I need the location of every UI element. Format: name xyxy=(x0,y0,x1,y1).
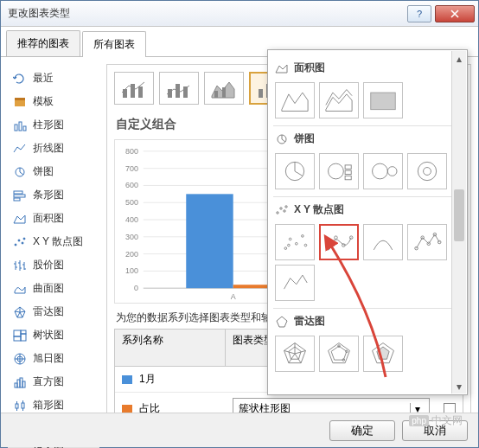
scatter-option-3[interactable] xyxy=(363,224,403,260)
section-title: 面积图 xyxy=(294,61,325,75)
sidebar-item-column[interactable]: 柱形图 xyxy=(8,114,99,136)
svg-rect-56 xyxy=(345,170,351,174)
svg-point-68 xyxy=(295,242,297,245)
sidebar-item-template[interactable]: 模板 xyxy=(8,91,99,112)
tab-all-charts[interactable]: 所有图表 xyxy=(82,31,146,57)
sidebar-item-label: 曲面图 xyxy=(33,281,64,296)
combo-subtype-3[interactable] xyxy=(204,72,244,105)
sidebar-item-label: 条形图 xyxy=(33,188,64,202)
pie-option-1[interactable] xyxy=(275,153,315,189)
radar-option-2[interactable] xyxy=(319,336,359,372)
svg-point-11 xyxy=(18,240,20,241)
svg-point-69 xyxy=(302,235,304,238)
svg-rect-32 xyxy=(131,84,135,98)
sidebar-item-label: 直方图 xyxy=(33,374,64,389)
scroll-up-icon[interactable]: ▴ xyxy=(452,51,466,66)
svg-rect-33 xyxy=(138,86,143,98)
tab-recommended[interactable]: 推荐的图表 xyxy=(6,30,80,56)
popup-section-area: 面积图 xyxy=(273,55,462,79)
scatter-grid xyxy=(273,221,462,304)
svg-rect-7 xyxy=(14,191,22,194)
svg-point-72 xyxy=(327,246,330,250)
sidebar-item-label: 雷达图 xyxy=(33,304,64,319)
scatter-option-4[interactable] xyxy=(407,224,447,260)
area-option-3[interactable] xyxy=(363,82,403,118)
svg-rect-37 xyxy=(214,91,218,98)
bar-icon xyxy=(13,189,27,202)
combo-subtype-1[interactable] xyxy=(114,72,154,105)
sidebar-item-radar[interactable]: 雷达图 xyxy=(8,301,99,323)
sidebar-item-label: 箱形图 xyxy=(33,398,64,413)
radar-icon xyxy=(275,316,289,328)
surface-icon xyxy=(13,283,27,295)
svg-point-66 xyxy=(284,247,287,250)
sidebar-item-area[interactable]: 面积图 xyxy=(8,208,99,229)
sidebar-item-histogram[interactable]: 直方图 xyxy=(8,371,99,393)
pie-option-3[interactable] xyxy=(363,153,403,189)
area-icon xyxy=(275,62,289,74)
histogram-icon xyxy=(13,376,27,388)
boxplot-icon xyxy=(13,400,27,412)
series-name: 1月 xyxy=(139,372,226,387)
radar-option-3[interactable] xyxy=(363,336,403,372)
svg-point-70 xyxy=(304,244,307,246)
titlebar: 更改图表类型 ? xyxy=(1,1,478,27)
svg-point-62 xyxy=(277,211,278,213)
sidebar-item-recent[interactable]: 最近 xyxy=(8,67,99,89)
cancel-button[interactable]: 取消 xyxy=(402,420,468,441)
pie-option-4[interactable] xyxy=(407,153,447,189)
sidebar-item-treemap[interactable]: 树状图 xyxy=(8,324,99,346)
scatter-option-2-highlighted[interactable] xyxy=(319,224,359,260)
area-option-1[interactable] xyxy=(275,82,315,118)
svg-rect-14 xyxy=(14,330,21,336)
radar-option-1[interactable] xyxy=(275,336,315,372)
popup-section-scatter: X Y 散点图 xyxy=(273,196,462,221)
ok-button[interactable]: 确定 xyxy=(329,420,395,441)
scatter-option-5[interactable] xyxy=(275,265,315,301)
pie-icon xyxy=(13,166,27,178)
pie-option-2[interactable] xyxy=(319,153,359,189)
combo-subtype-2[interactable] xyxy=(159,72,199,105)
svg-point-13 xyxy=(23,238,25,240)
sidebar-item-label: 最近 xyxy=(33,71,54,86)
svg-rect-31 xyxy=(123,89,127,98)
sidebar-item-surface[interactable]: 曲面图 xyxy=(8,278,99,299)
scatter-icon xyxy=(275,204,289,216)
svg-rect-51 xyxy=(371,93,395,110)
scatter-option-1[interactable] xyxy=(275,224,315,260)
svg-point-59 xyxy=(387,167,397,176)
sidebar-item-scatter[interactable]: X Y 散点图 xyxy=(8,231,99,253)
popup-scrollbar[interactable]: ▴ ▾ xyxy=(451,51,466,394)
sidebar-item-label: X Y 散点图 xyxy=(33,234,83,249)
sidebar-item-stock[interactable]: 股价图 xyxy=(8,254,99,276)
svg-point-64 xyxy=(284,209,285,211)
ytick: 600 xyxy=(125,181,138,189)
svg-point-12 xyxy=(22,242,23,244)
close-button[interactable] xyxy=(435,5,475,22)
svg-point-58 xyxy=(373,163,388,179)
ytick: 700 xyxy=(125,164,138,173)
template-icon xyxy=(13,96,27,108)
sidebar-item-sunburst[interactable]: 旭日图 xyxy=(8,348,99,369)
svg-rect-55 xyxy=(345,165,351,169)
sidebar-item-line[interactable]: 折线图 xyxy=(8,138,99,159)
area-grid xyxy=(273,79,462,122)
svg-rect-25 xyxy=(22,403,24,408)
sidebar-item-label: 饼图 xyxy=(33,164,54,179)
area-icon xyxy=(13,213,27,225)
scroll-thumb[interactable] xyxy=(454,189,464,241)
svg-rect-23 xyxy=(22,381,25,387)
svg-rect-9 xyxy=(14,198,20,201)
svg-point-54 xyxy=(329,163,344,179)
svg-rect-16 xyxy=(21,334,26,341)
sidebar-item-label: 柱形图 xyxy=(33,118,64,132)
svg-rect-39 xyxy=(259,89,263,98)
sidebar-item-label: 模板 xyxy=(33,94,54,109)
area-option-2[interactable] xyxy=(319,82,359,118)
help-button[interactable]: ? xyxy=(407,5,431,22)
sidebar-item-bar[interactable]: 条形图 xyxy=(8,184,99,206)
sidebar-item-pie[interactable]: 饼图 xyxy=(8,161,99,182)
ytick: 0 xyxy=(134,284,138,292)
sidebar-item-label: 折线图 xyxy=(33,141,64,156)
scroll-down-icon[interactable]: ▾ xyxy=(452,379,466,394)
